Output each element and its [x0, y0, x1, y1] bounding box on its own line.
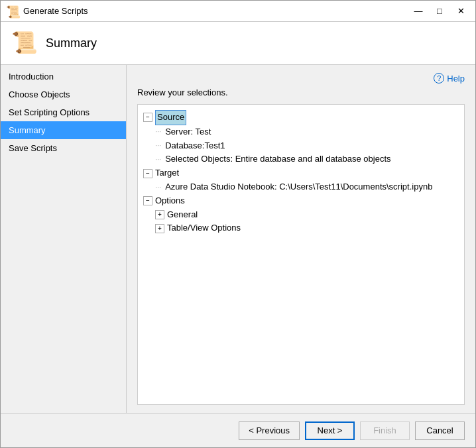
help-circle-icon: ? [434, 73, 444, 84]
review-text: Review your selections. [137, 87, 465, 97]
minimize-button[interactable]: — [409, 4, 428, 19]
leaf-dash-obj: ··· [155, 154, 161, 166]
source-label: Source [155, 110, 186, 125]
tree-node-target: − Target ··· Azure Data Studio Notebook:… [143, 166, 459, 194]
options-table-view: Table/View Options [167, 221, 241, 235]
help-link[interactable]: ? Help [434, 73, 465, 84]
table-view-toggle[interactable]: + [155, 224, 164, 233]
options-general: General [167, 208, 198, 222]
source-database: Database:Test1 [165, 139, 225, 153]
window: 📜 Generate Scripts — □ ✕ 📜 Summary Intro… [0, 0, 476, 448]
target-notebook: Azure Data Studio Notebook: C:\Users\Tes… [165, 180, 432, 194]
sidebar-item-set-scripting-options[interactable]: Set Scripting Options [1, 103, 126, 121]
title-bar: 📜 Generate Scripts — □ ✕ [1, 1, 475, 22]
source-server: Server: Test [165, 125, 211, 139]
help-row: ? Help [137, 73, 465, 84]
content-area: Introduction Choose Objects Set Scriptin… [1, 65, 475, 413]
page-icon: 📜 [11, 30, 38, 56]
window-icon: 📜 [6, 5, 19, 18]
page-title: Summary [46, 36, 97, 50]
target-toggle[interactable]: − [143, 169, 152, 178]
footer: < Previous Next > Finish Cancel [1, 413, 475, 447]
close-button[interactable]: ✕ [451, 4, 470, 19]
sidebar-item-save-scripts[interactable]: Save Scripts [1, 139, 126, 157]
cancel-button[interactable]: Cancel [415, 421, 465, 440]
source-selected-objects: Selected Objects: Entire database and al… [165, 152, 390, 166]
sidebar-item-choose-objects[interactable]: Choose Objects [1, 85, 126, 103]
general-toggle[interactable]: + [155, 210, 164, 219]
previous-button[interactable]: < Previous [239, 421, 300, 440]
sidebar: Introduction Choose Objects Set Scriptin… [1, 65, 127, 413]
window-title: Generate Scripts [23, 6, 409, 16]
options-toggle[interactable]: − [143, 196, 152, 205]
sidebar-item-introduction[interactable]: Introduction [1, 68, 126, 85]
options-label: Options [155, 194, 185, 208]
leaf-dash-notebook: ··· [155, 182, 161, 194]
source-toggle[interactable]: − [143, 113, 152, 122]
leaf-dash-db: ··· [155, 140, 161, 152]
target-label: Target [155, 166, 179, 180]
maximize-button[interactable]: □ [430, 4, 449, 19]
tree-node-options: − Options + General + Table/View Options [143, 194, 459, 235]
leaf-dash-server: ··· [155, 126, 161, 138]
tree-node-source: − Source ··· Server: Test ··· Database:T… [143, 110, 459, 166]
main-content: ? Help Review your selections. − Source … [127, 65, 475, 413]
tree-box: − Source ··· Server: Test ··· Database:T… [137, 104, 465, 405]
sidebar-item-summary[interactable]: Summary [1, 121, 126, 139]
next-button[interactable]: Next > [305, 421, 355, 440]
page-header: 📜 Summary [1, 22, 475, 65]
finish-button[interactable]: Finish [360, 421, 410, 440]
title-bar-controls: — □ ✕ [409, 4, 470, 19]
